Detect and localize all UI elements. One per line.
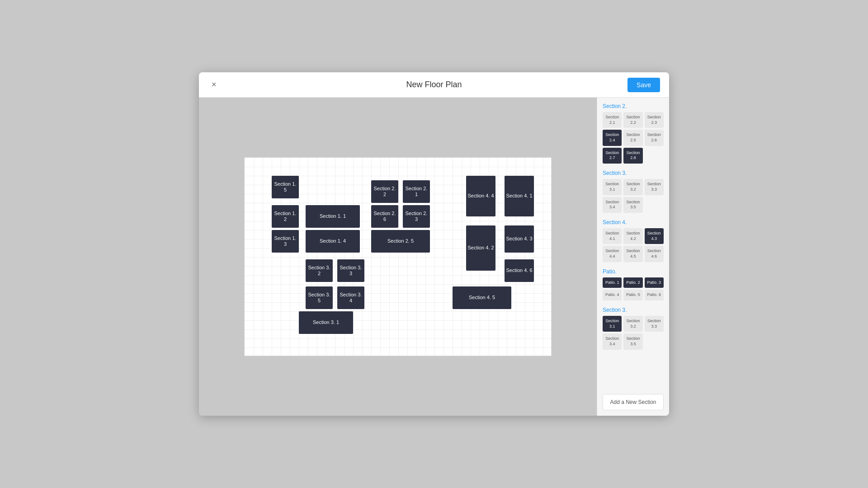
canvas-block-s1-4[interactable]: Section 1. 4 <box>306 230 360 253</box>
sidebar-group-section2: Section 2.Section 2.1Section 2.2Section … <box>603 103 664 164</box>
section-group-title-patio: Patio. <box>603 268 664 275</box>
sidebar-chip-section2-3[interactable]: Section 2.4 <box>603 130 622 145</box>
sidebar-chip-section4-4[interactable]: Section 4.5 <box>623 246 642 262</box>
modal-header: × New Floor Plan Save <box>199 72 669 98</box>
sidebar-scroll[interactable]: Section 2.Section 2.1Section 2.2Section … <box>597 98 669 390</box>
sidebar-chip-section3b-3[interactable]: Section 3.4 <box>603 333 622 349</box>
sidebar-chip-patio-2[interactable]: Patio. 3 <box>645 277 664 288</box>
sidebar-chip-section2-7[interactable]: Section 2.8 <box>623 148 642 164</box>
canvas-block-s1-1[interactable]: Section 1. 1 <box>306 205 360 228</box>
canvas-block-s3-4[interactable]: Section 3. 4 <box>337 286 364 309</box>
section-group-title-section3a: Section 3. <box>603 170 664 176</box>
sidebar-chip-section2-0[interactable]: Section 2.1 <box>603 112 622 128</box>
floor-plan-modal: × New Floor Plan Save Section 1. 5Sectio… <box>199 72 669 416</box>
section-grid-section3b: Section 3.1Section 3.2Section 3.3Section… <box>603 316 664 350</box>
modal-body: Section 1. 5Section 1. 2Section 1. 3Sect… <box>199 98 669 416</box>
canvas-block-s4-4[interactable]: Section 4. 4 <box>466 176 495 216</box>
section-grid-patio: Patio. 1Patio. 2Patio. 3Patio. 4Patio. 5… <box>603 277 664 300</box>
modal-title: New Floor Plan <box>406 80 462 89</box>
add-section-button[interactable]: Add a New Section <box>603 394 664 410</box>
canvas-block-s3-3[interactable]: Section 3. 3 <box>337 259 364 282</box>
sidebar: Section 2.Section 2.1Section 2.2Section … <box>597 98 669 416</box>
canvas-block-s4-5[interactable]: Section 4. 5 <box>453 286 511 309</box>
sidebar-group-section4: Section 4.Section 4.1Section 4.2Section … <box>603 219 664 262</box>
sidebar-chip-section3a-4[interactable]: Section 3.5 <box>623 197 642 213</box>
sidebar-chip-section3a-3[interactable]: Section 3.4 <box>603 197 622 213</box>
sidebar-chip-section3a-1[interactable]: Section 3.2 <box>623 179 642 195</box>
sidebar-chip-section3b-1[interactable]: Section 3.2 <box>623 316 642 332</box>
sidebar-chip-section3a-0[interactable]: Section 3.1 <box>603 179 622 195</box>
floor-plan-canvas[interactable]: Section 1. 5Section 1. 2Section 1. 3Sect… <box>244 157 552 356</box>
canvas-block-s3-5[interactable]: Section 3. 5 <box>306 286 333 309</box>
canvas-area: Section 1. 5Section 1. 2Section 1. 3Sect… <box>199 98 597 416</box>
canvas-block-s3-2[interactable]: Section 3. 2 <box>306 259 333 282</box>
sidebar-chip-patio-5[interactable]: Patio. 6 <box>645 290 664 300</box>
sidebar-chip-section2-6[interactable]: Section 2.7 <box>603 148 622 164</box>
canvas-block-s2-1[interactable]: Section 2. 1 <box>403 180 430 203</box>
sidebar-chip-section3b-4[interactable]: Section 3.5 <box>623 333 642 349</box>
section-group-title-section3b: Section 3. <box>603 307 664 313</box>
section-group-title-section2: Section 2. <box>603 103 664 109</box>
canvas-block-s2-6[interactable]: Section 2. 6 <box>371 205 398 228</box>
save-button[interactable]: Save <box>627 78 660 92</box>
section-grid-section4: Section 4.1Section 4.2Section 4.3Section… <box>603 228 664 262</box>
sidebar-chip-section3b-0[interactable]: Section 3.1 <box>603 316 622 332</box>
sidebar-group-section3b: Section 3.Section 3.1Section 3.2Section … <box>603 307 664 350</box>
canvas-block-s1-2[interactable]: Section 1. 2 <box>272 205 299 228</box>
close-button[interactable]: × <box>208 78 220 91</box>
canvas-block-s1-5[interactable]: Section 1. 5 <box>272 176 299 198</box>
sidebar-chip-patio-0[interactable]: Patio. 1 <box>603 277 622 288</box>
sidebar-chip-patio-4[interactable]: Patio. 5 <box>623 290 642 300</box>
sidebar-chip-section2-5[interactable]: Section 2.6 <box>645 130 664 145</box>
section-group-title-section4: Section 4. <box>603 219 664 225</box>
canvas-block-s2-2[interactable]: Section 2. 2 <box>371 180 398 203</box>
sidebar-chip-section2-2[interactable]: Section 2.3 <box>645 112 664 128</box>
sidebar-chip-section2-4[interactable]: Section 2.5 <box>623 130 642 145</box>
canvas-block-s2-3[interactable]: Section 2. 3 <box>403 205 430 228</box>
sidebar-chip-section4-0[interactable]: Section 4.1 <box>603 228 622 244</box>
sidebar-chip-section4-2[interactable]: Section 4.3 <box>645 228 664 244</box>
canvas-block-s1-3[interactable]: Section 1. 3 <box>272 230 299 253</box>
canvas-block-s4-1[interactable]: Section 4. 1 <box>505 176 534 216</box>
sidebar-chip-section4-5[interactable]: Section 4.6 <box>645 246 664 262</box>
sidebar-group-patio: Patio.Patio. 1Patio. 2Patio. 3Patio. 4Pa… <box>603 268 664 300</box>
section-grid-section3a: Section 3.1Section 3.2Section 3.3Section… <box>603 179 664 213</box>
sidebar-chip-patio-1[interactable]: Patio. 2 <box>623 277 642 288</box>
canvas-block-s4-2[interactable]: Section 4. 2 <box>466 225 495 271</box>
sidebar-chip-patio-3[interactable]: Patio. 4 <box>603 290 622 300</box>
sidebar-chip-section4-3[interactable]: Section 4.4 <box>603 246 622 262</box>
sidebar-chip-section3a-2[interactable]: Section 3.3 <box>645 179 664 195</box>
canvas-block-s3-1[interactable]: Section 3. 1 <box>299 311 353 334</box>
canvas-block-s4-6[interactable]: Section 4. 6 <box>505 259 534 282</box>
sidebar-chip-section3b-2[interactable]: Section 3.3 <box>645 316 664 332</box>
sidebar-chip-section4-1[interactable]: Section 4.2 <box>623 228 642 244</box>
section-grid-section2: Section 2.1Section 2.2Section 2.3Section… <box>603 112 664 164</box>
sidebar-group-section3a: Section 3.Section 3.1Section 3.2Section … <box>603 170 664 213</box>
canvas-block-s4-3[interactable]: Section 4. 3 <box>505 225 534 253</box>
canvas-block-s2-5[interactable]: Section 2. 5 <box>371 230 430 253</box>
sidebar-chip-section2-1[interactable]: Section 2.2 <box>623 112 642 128</box>
